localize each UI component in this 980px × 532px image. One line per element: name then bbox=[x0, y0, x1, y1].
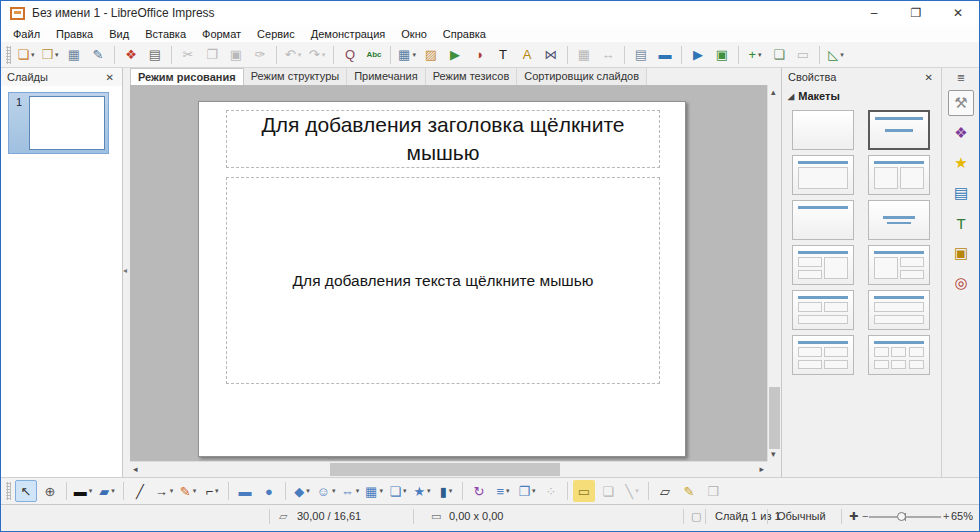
properties-panel-close-icon[interactable]: ✕ bbox=[923, 72, 935, 83]
draw-functions-dropdown-icon[interactable]: ▾ bbox=[840, 51, 844, 59]
menu-Вставка[interactable]: Вставка bbox=[137, 27, 194, 41]
close-button[interactable]: ✕ bbox=[937, 1, 979, 25]
symbol-shapes-dropdown-icon[interactable]: ▾ bbox=[332, 487, 336, 495]
layout-title-content-over-content[interactable] bbox=[868, 290, 930, 330]
new-slide-dropdown-icon[interactable]: ▾ bbox=[758, 51, 762, 59]
fill-color-button[interactable]: ▰▾ bbox=[96, 480, 118, 502]
menu-Вид[interactable]: Вид bbox=[101, 27, 137, 41]
layout-title-slide[interactable] bbox=[868, 110, 930, 150]
document-modified-icon[interactable]: ▢ bbox=[691, 510, 701, 523]
open-button[interactable]: ❒▾ bbox=[39, 44, 61, 66]
curve-button[interactable]: ✎▾ bbox=[177, 480, 199, 502]
zoom-slider[interactable] bbox=[869, 516, 941, 518]
3d-objects-button[interactable]: ▮▾ bbox=[435, 480, 457, 502]
restore-button[interactable]: ❐ bbox=[895, 1, 937, 25]
select-button[interactable]: ↖ bbox=[15, 480, 37, 502]
zoom-percentage[interactable]: 65% bbox=[951, 510, 973, 522]
slide-canvas[interactable]: Для добавления заголовка щёлкните мышью … bbox=[130, 85, 767, 461]
arrange-button[interactable]: ❐▾ bbox=[516, 480, 538, 502]
drawing-toolbar-drag-handle[interactable] bbox=[6, 482, 11, 500]
slides-panel-close-icon[interactable]: ✕ bbox=[104, 72, 116, 83]
view-name-status[interactable]: Обычный bbox=[777, 510, 826, 522]
fit-slide-icon[interactable]: ✚ bbox=[849, 510, 858, 523]
connector-dropdown-icon[interactable]: ▾ bbox=[215, 487, 219, 495]
horizontal-scroll-thumb[interactable] bbox=[330, 463, 560, 476]
scroll-up-icon[interactable]: ▴ bbox=[771, 87, 776, 97]
slide-transition-tab[interactable]: ❖ bbox=[948, 120, 974, 146]
symbol-shapes-button[interactable]: ☺▾ bbox=[315, 480, 337, 502]
print-button[interactable]: ▤ bbox=[144, 44, 166, 66]
menu-Демонстрация[interactable]: Демонстрация bbox=[303, 27, 394, 41]
tab-Сортировщик слайдов[interactable]: Сортировщик слайдов bbox=[517, 68, 647, 85]
tab-Режим структуры[interactable]: Режим структуры bbox=[244, 68, 348, 85]
layout-title-4content[interactable] bbox=[792, 335, 854, 375]
styles-tab[interactable]: T bbox=[948, 210, 974, 236]
hyperlink-button[interactable]: ⋈ bbox=[540, 44, 562, 66]
horizontal-scrollbar[interactable]: ◂ ▸ bbox=[130, 461, 767, 477]
layout-centered-text[interactable] bbox=[868, 200, 930, 240]
standard-toolbar-drag-handle[interactable] bbox=[6, 46, 11, 64]
redo-dropdown-icon[interactable]: ▾ bbox=[322, 51, 326, 59]
properties-tab[interactable]: ⚒ bbox=[948, 90, 974, 116]
body-placeholder[interactable]: Для добавления текста щёлкните мышью bbox=[226, 177, 660, 384]
zoom-pan-button[interactable]: ⊕ bbox=[39, 480, 61, 502]
edit-points-button[interactable]: ▱ bbox=[654, 480, 676, 502]
presentation-settings-button[interactable]: ▣ bbox=[711, 44, 733, 66]
slide-page[interactable]: Для добавления заголовка щёлкните мышью … bbox=[198, 101, 686, 457]
arrange-dropdown-icon[interactable]: ▾ bbox=[532, 487, 536, 495]
slide-thumbnail[interactable]: 1 bbox=[8, 92, 109, 154]
block-arrows-dropdown-icon[interactable]: ▾ bbox=[356, 487, 360, 495]
scroll-down-icon[interactable]: ▾ bbox=[771, 449, 776, 459]
master-slide-button[interactable]: ▤ bbox=[630, 44, 652, 66]
minimize-button[interactable]: – bbox=[853, 1, 895, 25]
undo-dropdown-icon[interactable]: ▾ bbox=[298, 51, 302, 59]
animation-tab[interactable]: ★ bbox=[948, 150, 974, 176]
find-replace-button[interactable]: Q bbox=[339, 44, 361, 66]
panel-splitter[interactable]: ◂ bbox=[123, 68, 130, 477]
display-views-button[interactable]: ▬ bbox=[654, 44, 676, 66]
text-box-draw-button[interactable]: ▭ bbox=[573, 480, 595, 502]
insert-line-button[interactable]: ╱ bbox=[129, 480, 151, 502]
open-dropdown-icon[interactable]: ▾ bbox=[55, 51, 59, 59]
connector-button[interactable]: ⌐▾ bbox=[201, 480, 223, 502]
tab-Режим рисования[interactable]: Режим рисования bbox=[130, 68, 244, 85]
rectangle-button[interactable]: ▬ bbox=[234, 480, 256, 502]
menu-Окно[interactable]: Окно bbox=[393, 27, 435, 41]
insert-media-button[interactable]: ▶ bbox=[444, 44, 466, 66]
new-document-dropdown-icon[interactable]: ▾ bbox=[31, 51, 35, 59]
save-as-button[interactable]: ✎ bbox=[87, 44, 109, 66]
splitter-collapse-icon[interactable]: ◂ bbox=[123, 266, 127, 275]
navigator-tab[interactable]: ◎ bbox=[948, 270, 974, 296]
fill-color-dropdown-icon[interactable]: ▾ bbox=[111, 487, 115, 495]
basic-shapes-button[interactable]: ◆▾ bbox=[291, 480, 313, 502]
insert-text-box-button[interactable]: T bbox=[492, 44, 514, 66]
insert-image-button[interactable]: ▨ bbox=[420, 44, 442, 66]
lines-arrows-button[interactable]: →▾ bbox=[153, 480, 175, 502]
menu-Справка[interactable]: Справка bbox=[435, 27, 494, 41]
align-objects-button[interactable]: ≡▾ bbox=[492, 480, 514, 502]
align-objects-dropdown-icon[interactable]: ▾ bbox=[506, 487, 510, 495]
zoom-out-icon[interactable]: − bbox=[862, 510, 868, 522]
layout-title-content-2content[interactable] bbox=[868, 245, 930, 285]
scroll-left-icon[interactable]: ◂ bbox=[133, 464, 138, 474]
rotate-button[interactable]: ↻ bbox=[468, 480, 490, 502]
sidebar-menu-tab[interactable]: ≣ bbox=[948, 70, 974, 84]
zoom-slider-thumb[interactable] bbox=[897, 512, 906, 521]
tab-Примечания[interactable]: Примечания bbox=[347, 68, 426, 85]
tab-Режим тезисов[interactable]: Режим тезисов bbox=[426, 68, 518, 85]
zoom-in-icon[interactable]: + bbox=[943, 510, 949, 522]
line-style-dropdown-icon[interactable]: ▾ bbox=[89, 487, 93, 495]
gallery-tab[interactable]: ▣ bbox=[948, 240, 974, 266]
fontwork-gallery-button[interactable]: А bbox=[516, 44, 538, 66]
vertical-scroll-thumb[interactable] bbox=[769, 387, 780, 449]
layout-title-6content[interactable] bbox=[868, 335, 930, 375]
menu-Сервис[interactable]: Сервис bbox=[249, 27, 303, 41]
callouts-button[interactable]: ❏▾ bbox=[387, 480, 409, 502]
title-placeholder[interactable]: Для добавления заголовка щёлкните мышью bbox=[226, 110, 660, 168]
new-slide-button[interactable]: +▾ bbox=[744, 44, 766, 66]
spelling-button[interactable]: Abc bbox=[363, 44, 385, 66]
stars-banners-dropdown-icon[interactable]: ▾ bbox=[427, 487, 431, 495]
flowchart-button[interactable]: ▦▾ bbox=[363, 480, 385, 502]
insert-chart-button[interactable]: ◑ bbox=[468, 44, 490, 66]
block-arrows-button[interactable]: ⇔▾ bbox=[339, 480, 361, 502]
